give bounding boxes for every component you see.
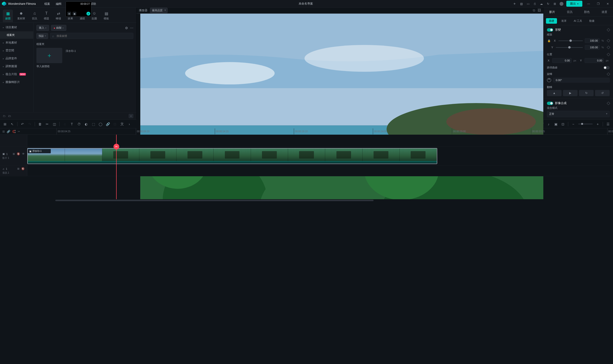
mode-tab-media[interactable]: ▦媒體 bbox=[3, 10, 13, 22]
clip-badge-add[interactable]: ⊕ bbox=[67, 12, 71, 15]
rotate-cw-button[interactable]: ↻ bbox=[579, 90, 594, 96]
collapse-sidebar[interactable]: ‹ bbox=[129, 114, 133, 118]
user-avatar[interactable] bbox=[560, 2, 563, 6]
rotate-keyframe[interactable] bbox=[607, 72, 610, 76]
tl-link[interactable]: 🔗 bbox=[106, 122, 110, 126]
timeline-scrollbar[interactable] bbox=[27, 199, 586, 202]
pos-x-input[interactable]: 0.00 bbox=[552, 58, 571, 63]
tl-zoom-out[interactable]: − bbox=[571, 122, 575, 126]
tl-magnet-icon[interactable]: 🧲 bbox=[12, 130, 16, 133]
tl-crop[interactable]: ◫ bbox=[52, 122, 56, 126]
rotate-input[interactable]: 0.00° bbox=[553, 78, 610, 82]
track-visible-icon[interactable]: 👁 bbox=[22, 152, 25, 156]
track-mute-icon[interactable]: 🔇 bbox=[17, 152, 20, 156]
tl-text[interactable]: T bbox=[70, 122, 74, 126]
rotate-knob[interactable] bbox=[547, 78, 551, 82]
tl-marker-icon[interactable]: ✂ bbox=[18, 130, 20, 133]
sidebar-img2vid[interactable]: ▸圖像轉影片 bbox=[0, 78, 33, 86]
tl-more[interactable]: › bbox=[127, 122, 131, 126]
insp-tab-video[interactable]: 影片 bbox=[543, 8, 561, 16]
subtab-animation[interactable]: 動畫 bbox=[586, 18, 598, 24]
tl-link-icon[interactable]: 🔗 bbox=[7, 130, 10, 133]
mode-tab-transition[interactable]: ⇄轉場 bbox=[53, 10, 63, 22]
tl-music[interactable]: ♫ bbox=[62, 122, 67, 126]
track-copy-icon[interactable]: ⊞ bbox=[13, 152, 15, 156]
video-track-lane[interactable]: ▣ 浮水印-1 bbox=[27, 147, 613, 166]
lock-icon[interactable]: 🔒 bbox=[547, 39, 551, 42]
transform-keyframe[interactable] bbox=[607, 28, 610, 31]
tl-mask[interactable]: ◯ bbox=[98, 122, 103, 126]
more-icon[interactable]: ⋯ bbox=[130, 26, 133, 30]
insp-tab-speed[interactable]: 速度 bbox=[596, 8, 613, 16]
tl-render[interactable]: ▣ bbox=[554, 122, 558, 126]
video-clip[interactable]: ▣ 浮水印-1 bbox=[27, 148, 437, 164]
tl-view-options[interactable]: ☰ bbox=[606, 122, 610, 126]
blend-toggle[interactable] bbox=[547, 102, 553, 105]
export-button[interactable]: 匯出▾ bbox=[566, 1, 582, 7]
window-minimize[interactable]: — bbox=[585, 0, 592, 8]
insp-tab-color[interactable]: 顏色 bbox=[578, 8, 596, 16]
history-icon[interactable]: ↻ bbox=[546, 2, 550, 6]
add-media-box[interactable]: + bbox=[36, 48, 62, 63]
import-button[interactable]: 匯入▾ bbox=[36, 25, 49, 31]
flip-horizontal-button[interactable]: ▲ bbox=[547, 90, 561, 96]
tl-split[interactable]: ✂ bbox=[45, 122, 49, 126]
menu-edit[interactable]: 編輯 bbox=[53, 0, 64, 8]
subtab-basic[interactable]: 基礎 bbox=[546, 18, 557, 24]
open-folder-icon[interactable]: 🗁 bbox=[8, 114, 11, 118]
compare-icon[interactable]: ⧉ bbox=[533, 8, 535, 13]
sort-dropdown[interactable]: 預設▾ bbox=[36, 33, 48, 39]
subtab-ai[interactable]: AI 工具 bbox=[571, 18, 585, 24]
blend-keyframe[interactable] bbox=[607, 101, 610, 105]
picture-icon[interactable]: 🖼 bbox=[538, 8, 541, 13]
screen-icon[interactable]: ▭ bbox=[526, 2, 530, 6]
window-close[interactable]: ✕ bbox=[604, 0, 611, 8]
mode-tab-template[interactable]: ▤模板 bbox=[101, 10, 111, 22]
flip-vertical-button[interactable]: ▶ bbox=[563, 90, 578, 96]
new-folder-icon[interactable]: 🗀 bbox=[3, 114, 6, 118]
audio-track-lane[interactable] bbox=[27, 166, 613, 176]
scale-y-input[interactable]: 100.00 bbox=[585, 45, 599, 50]
insp-tab-audio[interactable]: 音訊 bbox=[561, 8, 579, 16]
mode-tab-audio[interactable]: ♫音訊 bbox=[29, 10, 40, 22]
audio-track-mute-icon[interactable]: 🔇 bbox=[21, 167, 25, 170]
scale-y-keyframe[interactable] bbox=[607, 46, 610, 49]
menu-file[interactable]: 檔案 bbox=[42, 0, 53, 8]
tl-fit[interactable]: ⊡ bbox=[561, 122, 565, 126]
rotate-ccw-button[interactable]: ↺ bbox=[595, 90, 610, 96]
tl-zoom-slider[interactable] bbox=[578, 124, 593, 124]
grid-icon[interactable]: ⊞ bbox=[553, 2, 557, 6]
record-button[interactable]: ●錄製▾ bbox=[51, 25, 66, 31]
tl-zoom-in[interactable]: + bbox=[596, 122, 600, 126]
mode-tab-title[interactable]: T標題 bbox=[42, 10, 52, 22]
tl-undo[interactable]: ↶ bbox=[20, 122, 25, 126]
scale-y-slider[interactable] bbox=[556, 47, 583, 48]
search-input[interactable] bbox=[56, 34, 131, 37]
scale-x-keyframe[interactable] bbox=[607, 39, 610, 42]
pos-y-input[interactable]: 0.00 bbox=[585, 58, 604, 63]
tl-pointer-tool[interactable]: ↖ bbox=[10, 122, 14, 126]
thumb-clip[interactable]: 00:00:27 ⊕ ◉ ✓ 浮水印-1 bbox=[66, 48, 91, 68]
position-keyframe[interactable] bbox=[607, 53, 610, 56]
sidebar-compound[interactable]: ▸復合片段NEW bbox=[0, 70, 33, 78]
tl-snap-icon[interactable]: ⊞ bbox=[2, 130, 5, 133]
path-toggle[interactable] bbox=[603, 66, 610, 69]
filter-icon[interactable]: ⚙ bbox=[125, 26, 128, 30]
sidebar-local[interactable]: ▸本地素材 bbox=[0, 39, 33, 47]
thumb-add[interactable]: + 導入媒體檔 bbox=[36, 48, 62, 68]
quality-select[interactable]: 最高品質 bbox=[150, 8, 167, 13]
tl-redo[interactable]: ↷ bbox=[28, 122, 32, 126]
device-icon[interactable]: ▧ bbox=[519, 2, 523, 6]
playhead[interactable]: ✂ bbox=[116, 135, 117, 199]
cloud-icon[interactable]: ☁ bbox=[540, 2, 543, 6]
tl-select-tool[interactable]: ⊞ bbox=[3, 122, 7, 126]
blend-mode-select[interactable]: 正常 bbox=[547, 111, 610, 117]
sidebar-cloud[interactable]: ▸雲空間 bbox=[0, 47, 33, 54]
sidebar-adjust[interactable]: ▸調整圖層 bbox=[0, 62, 33, 70]
tl-mixer[interactable]: ♪ bbox=[546, 122, 551, 126]
tl-translate[interactable]: 文 bbox=[120, 122, 124, 126]
clip-thumb-box[interactable]: 00:00:27 ⊕ ◉ ✓ bbox=[66, 1, 91, 17]
send-icon[interactable]: ✈ bbox=[513, 2, 516, 6]
tl-color[interactable]: ◐ bbox=[84, 122, 88, 126]
sidebar-project-media[interactable]: ▸項目素材 bbox=[0, 24, 33, 31]
